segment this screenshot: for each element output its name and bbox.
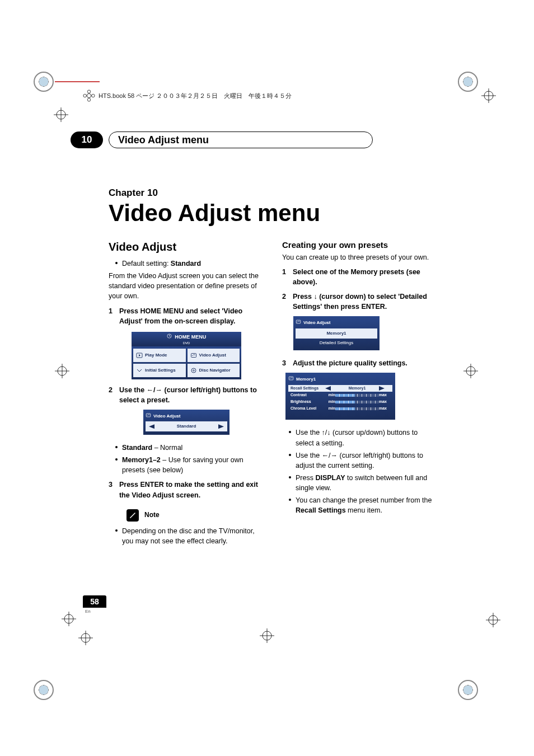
disc-navigator-icon	[190, 367, 197, 374]
flower-icon	[83, 90, 95, 102]
svg-point-25	[87, 90, 91, 93]
bullet-icon	[289, 454, 291, 456]
svg-point-24	[87, 93, 91, 97]
play-mode-icon	[136, 352, 143, 359]
svg-rect-37	[146, 414, 151, 417]
page-title: Video Adjust menu	[109, 200, 444, 227]
svg-point-26	[87, 98, 91, 102]
option-standard: Standard – Normal	[122, 443, 182, 453]
svg-point-28	[92, 94, 95, 97]
intro-paragraph: You can create up to three presets of yo…	[282, 252, 438, 262]
bullet-icon	[115, 446, 118, 448]
video-adjust-icon	[296, 319, 301, 327]
note-label: Note	[144, 510, 160, 520]
arrow-left-icon: ←	[322, 452, 329, 459]
note-text: Depending on the disc and the TV/monitor…	[122, 526, 264, 546]
step-3: 3 Press ENTER to make the setting and ex…	[109, 480, 264, 500]
memory-settings-screenshot: Memory1 Recall Settings Memory1 Contrast…	[285, 373, 395, 420]
tip-cursor-leftright: Use the ←/→ (cursor left/right) buttons …	[296, 450, 438, 471]
svg-line-31	[169, 336, 170, 336]
clock-icon	[167, 334, 172, 341]
registration-mark-bl	[34, 680, 54, 700]
bullet-icon	[289, 431, 291, 433]
step-3: 3 Adjust the picture quality settings.	[282, 358, 438, 368]
document-header: HTS.book 58 ページ ２００３年２月２５日 火曜日 午後１時４５分	[83, 90, 292, 102]
va-value-row: Standard	[146, 421, 227, 431]
arrow-right-icon: →	[331, 452, 338, 459]
home-menu-header: HOME MENU DVD	[132, 332, 241, 346]
crop-mark	[54, 107, 68, 122]
left-column: Video Adjust Default setting: Standard F…	[109, 239, 264, 548]
svg-rect-38	[296, 320, 301, 323]
page-language: En	[83, 608, 106, 615]
bullet-icon	[115, 262, 118, 264]
gauge-bar	[335, 407, 379, 410]
svg-point-36	[193, 369, 194, 371]
brightness-row: Brightness min max	[288, 398, 392, 405]
subsection-heading: Creating your own presets	[282, 239, 438, 251]
crop-mark	[481, 88, 496, 103]
header-text: HTS.book 58 ページ ２００３年２月２５日 火曜日 午後１時４５分	[99, 92, 292, 100]
va-header: Video Adjust	[296, 318, 377, 328]
memory-header: Memory1	[288, 375, 392, 385]
video-adjust-icon	[190, 352, 197, 359]
va-detailed-row: Detailed Settings	[296, 339, 377, 348]
tip-cursor-updown: Use the ↑/↓ (cursor up/down) buttons to …	[296, 428, 438, 448]
recall-settings-row: Recall Settings Memory1	[288, 385, 392, 392]
crop-mark	[55, 364, 69, 378]
option-memory: Memory1–2 – Use for saving your own pres…	[122, 455, 264, 475]
chapter-title-pill: Video Adjust menu	[109, 132, 373, 148]
crop-mark	[62, 612, 76, 626]
gauge-bar	[335, 401, 379, 403]
bullet-icon	[115, 529, 118, 532]
va-memory-row: Memory1	[296, 328, 377, 339]
step-2: 2 Press ↓ (cursor down) to select 'Detai…	[282, 292, 438, 312]
registration-mark-br	[458, 680, 478, 700]
video-adjust-icon	[146, 412, 151, 420]
svg-rect-39	[289, 377, 293, 380]
page-number: 58	[83, 595, 106, 608]
step-1: 1 Press HOME MENU and select 'Video Adju…	[109, 306, 264, 326]
registration-mark-tr	[458, 72, 478, 92]
video-adjust-icon	[288, 375, 294, 383]
tip-display: Press DISPLAY to switch between full and…	[296, 473, 438, 493]
arrow-left-icon: ←	[147, 386, 154, 394]
initial-settings-icon	[136, 367, 143, 374]
menu-cell-play-mode: Play Mode	[133, 349, 186, 362]
registration-mark-tl	[34, 72, 54, 92]
arrow-left-icon	[325, 386, 331, 391]
chapter-label: Chapter 10	[109, 187, 444, 199]
menu-cell-disc-navigator: Disc Navigator	[188, 364, 240, 377]
right-column: Creating your own presets You can create…	[282, 239, 438, 548]
chapter-bar: 10 Video Adjust menu	[71, 132, 373, 148]
default-setting-line: Default setting: Standard	[122, 259, 201, 269]
home-menu-screenshot: HOME MENU DVD Play Mode Video Adjust Ini…	[132, 332, 241, 379]
arrow-right-icon	[218, 424, 224, 429]
chroma-level-row: Chroma Level min max	[288, 405, 392, 412]
arrow-right-icon	[379, 386, 385, 391]
crop-mark	[260, 628, 274, 643]
note-header: Note	[127, 509, 264, 522]
svg-point-27	[83, 94, 87, 97]
bullet-icon	[115, 458, 118, 461]
va-header: Video Adjust	[146, 411, 227, 422]
chapter-number-badge: 10	[71, 132, 103, 148]
menu-cell-video-adjust: Video Adjust	[188, 349, 240, 362]
step-1: 1 Select one of the Memory presets (see …	[282, 267, 438, 287]
bullet-icon	[289, 499, 291, 501]
gauge-bar	[335, 394, 379, 397]
svg-marker-33	[139, 354, 140, 356]
crop-mark	[486, 613, 500, 627]
arrow-right-icon: →	[156, 386, 163, 394]
intro-paragraph: From the Video Adjust screen you can sel…	[109, 271, 264, 301]
step-2: 2 Use the ←/→ (cursor left/right) button…	[109, 385, 264, 405]
bullet-icon	[289, 476, 291, 478]
crop-mark	[78, 631, 93, 645]
note-icon	[127, 509, 139, 522]
chapter-title: Video Adjust menu	[118, 134, 209, 146]
arrow-left-icon	[149, 424, 154, 429]
page-badge: 58 En	[83, 595, 106, 615]
video-adjust-memory-screenshot: Video Adjust Memory1 Detailed Settings	[293, 316, 380, 350]
svg-point-35	[191, 368, 196, 373]
section-heading: Video Adjust	[109, 239, 264, 255]
